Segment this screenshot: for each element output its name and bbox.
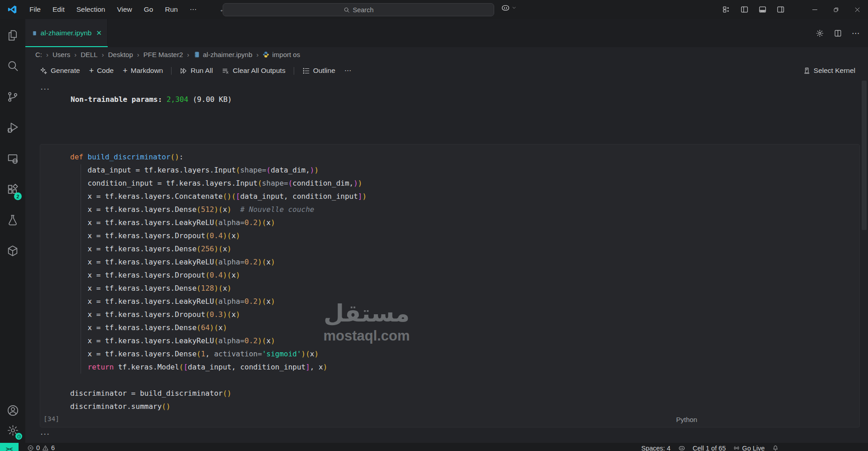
split-editor-button[interactable] [831,26,844,40]
editor-more-actions-button[interactable]: ⋯ [849,26,863,40]
outline-label: Outline [313,67,335,75]
code-cell[interactable]: def build_discriminator(): data_input = … [40,144,860,427]
code-line: x = tf.keras.layers.LeakyReLU(alpha=0.2)… [70,255,367,269]
tab-close-icon[interactable]: ✕ [96,29,102,37]
sidebar-item-search[interactable] [0,54,25,78]
code-line: discriminator = build_discriminator() [70,387,367,400]
sidebar-item-testing[interactable] [0,208,25,232]
code-line: condition_input = tf.keras.layers.Input(… [70,177,367,190]
sidebar-item-source-control[interactable] [0,85,25,109]
select-kernel-button[interactable]: Select Kernel [798,64,860,77]
go-live-button[interactable]: Go Live [733,445,765,451]
breadcrumb: C: › Users › DELL › Desktop › PFE Master… [25,47,868,62]
kernel-icon [803,67,811,75]
breadcrumb-file-label: al-zhaimer.ipynb [203,51,252,58]
toggle-panel-button[interactable] [755,3,770,16]
sidebar-item-explorer[interactable] [0,24,25,47]
account-button[interactable] [0,400,25,420]
add-markdown-cell-button[interactable]: + Markdown [118,64,167,77]
add-code-cell-button[interactable]: + Code [85,64,119,77]
tab-bar: al-zhaimer.ipynb ✕ ⋯ [25,19,868,47]
breadcrumb-separator: › [102,51,104,58]
run-all-button[interactable]: Run All [175,64,217,77]
output-label: Non-trainable params: [71,95,167,104]
customize-layout-button[interactable] [719,3,734,16]
copilot-status-icon [678,444,686,451]
indentation-status[interactable]: Spaces: 4 [641,445,671,451]
go-live-label: Go Live [742,445,765,451]
menu-file[interactable]: File [24,3,47,16]
breadcrumb-users[interactable]: Users [52,51,70,58]
output-value: 2,304 [167,95,188,104]
sidebar-item-run-debug[interactable] [0,116,25,139]
execution-count: [34] [43,415,59,422]
code-line: def build_discriminator(): [70,150,367,163]
vscode-logo-icon [7,5,17,14]
explorer-icon [6,29,19,42]
cell-language-picker[interactable]: Python [676,416,697,423]
status-bar: >< 0 6 Spaces: 4 Cell 1 of 65 Go Live [0,443,868,451]
menu-view[interactable]: View [111,3,138,16]
menu-selection[interactable]: Selection [71,3,111,16]
cell-output-text: Non-trainable params: 2,304 (9.00 KB) [71,95,232,104]
errors-icon [27,445,34,451]
collapsed-cell-indicator[interactable]: ··· [41,430,50,438]
breadcrumb-drive[interactable]: C: [35,51,42,58]
breadcrumb-separator: › [256,51,258,58]
restore-icon [833,6,839,13]
sidebar-item-containers[interactable] [0,239,25,263]
code-line: return tf.keras.Model([data_input, condi… [70,360,367,374]
sidebar-item-extensions[interactable]: 2 [0,178,25,201]
breadcrumb-symbol[interactable]: import os [262,51,300,58]
problems-indicator[interactable]: 0 6 [27,444,55,451]
breadcrumb-separator: › [74,51,76,58]
cell-position-status[interactable]: Cell 1 of 65 [693,445,726,451]
code-line: x = tf.keras.layers.Dense(1, activation=… [70,347,367,360]
active-tab-underline [25,46,108,48]
collapsed-cell-indicator[interactable]: ··· [41,85,50,93]
window-restore-button[interactable] [825,0,847,19]
watermark: مستقل mostaql.com [276,300,457,344]
settings-button[interactable] [0,420,25,440]
window-close-button[interactable] [847,0,868,19]
tab-title: al-zhaimer.ipynb [41,29,92,37]
search-icon [343,7,350,13]
warnings-count: 6 [51,444,55,451]
breadcrumb-desktop[interactable]: Desktop [108,51,133,58]
toolbar-more-icon: ⋯ [344,67,352,75]
breadcrumb-dell[interactable]: DELL [81,51,98,58]
copilot-menu[interactable] [501,3,516,13]
toggle-secondary-sidebar-button[interactable] [773,3,788,16]
outline-button[interactable]: Outline [298,64,340,77]
plus-icon: + [123,66,128,76]
generate-button[interactable]: Generate [35,64,85,77]
notebook-editor: ··· Non-trainable params: 2,304 (9.00 KB… [25,80,868,443]
account-icon [7,404,19,417]
toolbar-divider [294,67,294,75]
sidebar-item-remote-explorer[interactable] [0,147,25,170]
breadcrumb-pfe-master2[interactable]: PFE Master2 [143,51,183,58]
breadcrumb-separator: › [137,51,139,58]
errors-count: 0 [36,444,40,451]
menu-more[interactable]: ⋯ [184,3,203,16]
code-line: x = tf.keras.layers.Dropout(0.4)(x) [70,269,367,282]
tab-al-zhaimer-ipynb[interactable]: al-zhaimer.ipynb ✕ [25,19,108,47]
code-content[interactable]: def build_discriminator(): data_input = … [70,150,367,413]
split-editor-icon [834,29,842,38]
menu-edit[interactable]: Edit [47,3,71,16]
window-minimize-button[interactable] [804,0,825,19]
clear-all-outputs-button[interactable]: Clear All Outputs [217,64,290,77]
menu-run[interactable]: Run [159,3,183,16]
generate-label: Generate [51,67,80,75]
remote-indicator[interactable]: >< [0,443,19,451]
breadcrumb-file[interactable]: al-zhaimer.ipynb [193,51,252,58]
editor-scrollbar[interactable] [862,81,867,230]
beaker-icon [6,214,19,226]
toolbar-more-button[interactable]: ⋯ [340,64,356,77]
notifications-button[interactable] [772,445,779,451]
notebook-settings-button[interactable] [813,26,826,40]
menu-go[interactable]: Go [138,3,159,16]
copilot-status[interactable] [678,444,686,451]
toggle-primary-sidebar-button[interactable] [737,3,752,16]
search-input[interactable]: Search [223,3,494,16]
